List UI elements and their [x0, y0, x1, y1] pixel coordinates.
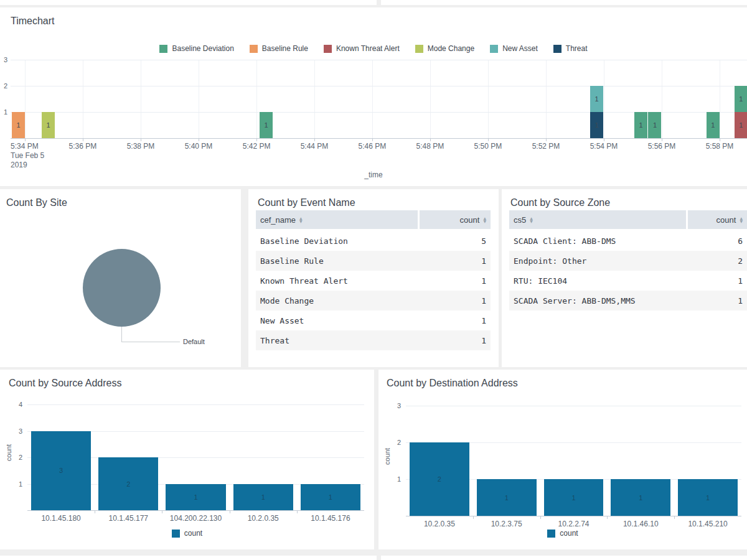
timechart-bar[interactable]: 1 [648, 112, 661, 138]
bar-value-label: 1 [571, 494, 575, 502]
table-row[interactable]: SCADA Server: ABB-DMS,MMS1 [509, 291, 747, 310]
bar-value-label: 1 [639, 494, 642, 502]
bar-segment-threat[interactable]: 1 [590, 112, 603, 138]
timechart-bar[interactable]: 1 [12, 112, 25, 138]
table-cell-count[interactable]: 1 [420, 271, 491, 291]
table-row[interactable]: Baseline Deviation5 [256, 231, 491, 251]
timechart-bar[interactable]: 1 [634, 112, 647, 138]
legend-item-baseline-rule[interactable]: Baseline Rule [250, 44, 308, 53]
table-row[interactable]: Mode Change1 [256, 291, 491, 310]
bar-10-2-2-74[interactable]: 1 [544, 479, 604, 516]
axis-tick-mark [540, 516, 541, 519]
timechart-bar[interactable]: 1 [260, 112, 273, 138]
timechart-bar[interactable]: 1 [707, 112, 720, 138]
new-asset-swatch [490, 45, 498, 53]
table-row[interactable]: Baseline Rule1 [256, 251, 491, 271]
bar-10-2-0-35[interactable]: 1 [233, 484, 293, 511]
table-row[interactable]: Endpoint: Other2 [509, 251, 747, 271]
table-cell-count[interactable]: 6 [688, 231, 747, 251]
bar-segment-mode-change[interactable]: 1 [42, 112, 55, 138]
table-cell-cef-name[interactable]: Threat [256, 330, 420, 350]
axis-tick-mark [25, 139, 26, 141]
table-cell-cs5[interactable]: RTU: IEC104 [509, 271, 688, 291]
table-cell-cef-name[interactable]: Baseline Rule [256, 251, 420, 271]
legend-item-baseline-deviation[interactable]: Baseline Deviation [159, 44, 233, 53]
table-cell-count[interactable]: 1 [420, 251, 491, 271]
y-axis-tick-label: 3 [19, 427, 22, 436]
bar-segment-baseline-deviation[interactable]: 1 [260, 112, 273, 138]
bar-10-1-45-177[interactable]: 2 [98, 457, 158, 510]
x-axis-tick-label: 5:34 PMTue Feb 52019 [11, 142, 44, 170]
bar-segment-baseline-deviation[interactable]: 1 [735, 86, 747, 112]
timechart-bar[interactable]: 1 [42, 112, 55, 138]
table-cell-count[interactable]: 1 [688, 291, 747, 310]
bar-slot: 1 [297, 404, 364, 510]
column-header-cs5[interactable]: cs5▲▼ [509, 210, 686, 229]
y-gridline [11, 60, 747, 60]
table-cell-count[interactable]: 1 [420, 291, 491, 310]
table-row[interactable]: RTU: IEC1041 [509, 271, 747, 291]
bar-segment-baseline-rule[interactable]: 1 [12, 112, 25, 138]
table-cell-count[interactable]: 1 [688, 271, 747, 291]
table-header-row: cs5▲▼count▲▼ [509, 210, 747, 229]
table-cell-cs5[interactable]: SCADA Server: ABB-DMS,MMS [509, 291, 688, 310]
table-cell-count[interactable]: 5 [420, 231, 491, 251]
table-cell-cs5[interactable]: Endpoint: Other [509, 251, 688, 271]
table-cell-cef-name[interactable]: Known Threat Alert [256, 271, 420, 291]
table-cell-cef-name[interactable]: New Asset [256, 310, 420, 330]
table-cell-cs5[interactable]: SCADA Client: ABB-DMS [509, 231, 688, 251]
table-cell-cef-name[interactable]: Baseline Deviation [256, 231, 420, 251]
pie-label-leader-line [121, 327, 122, 342]
bar-slot: 2 [95, 404, 162, 510]
bar-value-label: 1 [264, 121, 268, 129]
timechart-title: Timechart [11, 16, 55, 27]
y-axis-tick-label: 2 [4, 82, 7, 90]
table-row[interactable]: Threat1 [256, 330, 491, 350]
legend-label: Known Threat Alert [336, 44, 400, 53]
bar-segment-new-asset[interactable]: 1 [590, 86, 603, 112]
legend-item-mode-change[interactable]: Mode Change [415, 44, 474, 53]
legend-item-new-asset[interactable]: New Asset [490, 44, 538, 53]
bar-104-200-22-130[interactable]: 1 [166, 484, 225, 511]
bar-value-label: 1 [739, 95, 743, 103]
axis-tick-mark [488, 139, 489, 141]
column-header-count[interactable]: count▲▼ [688, 210, 747, 229]
bar-segment-baseline-deviation[interactable]: 1 [707, 112, 720, 138]
bar-10-2-3-75[interactable]: 1 [477, 479, 537, 516]
legend-label: Threat [566, 44, 588, 53]
table-cell-cef-name[interactable]: Mode Change [256, 291, 420, 310]
bar-slot: 1 [473, 406, 540, 516]
table-cell-count[interactable]: 2 [688, 251, 747, 271]
bar-10-1-46-10[interactable]: 1 [611, 479, 670, 516]
bar-segment-baseline-deviation[interactable]: 1 [648, 112, 661, 138]
x-axis-title: _time [0, 170, 747, 179]
table-cell-count[interactable]: 1 [420, 310, 491, 330]
bar-segment-baseline-deviation[interactable]: 1 [634, 112, 647, 138]
bar-10-1-45-176[interactable]: 1 [301, 484, 360, 511]
table-row[interactable]: Known Threat Alert1 [256, 271, 491, 291]
x-gridline [141, 60, 141, 138]
axis-tick-mark [162, 511, 162, 513]
timechart-bar[interactable]: 11 [590, 86, 603, 138]
legend-label: New Asset [502, 44, 538, 53]
bar-10-1-45-210[interactable]: 1 [678, 479, 738, 516]
legend-item-known-threat-alert[interactable]: Known Threat Alert [324, 44, 400, 53]
timechart-bar[interactable]: 11 [735, 86, 747, 138]
bar-10-2-0-35[interactable]: 2 [410, 442, 469, 516]
chart-legend[interactable]: count [378, 529, 747, 538]
column-header-count[interactable]: count▲▼ [420, 210, 491, 229]
chart-legend[interactable]: count [0, 529, 374, 538]
table-row[interactable]: SCADA Client: ABB-DMS6 [509, 231, 747, 251]
bar-segment-known-threat-alert[interactable]: 1 [735, 112, 747, 138]
x-axis-category-labels: 10.1.45.18010.1.45.177104.200.22.13010.2… [27, 514, 364, 523]
bar-10-1-45-180[interactable]: 3 [31, 431, 91, 511]
bar-value-label: 1 [639, 121, 642, 129]
legend-item-threat[interactable]: Threat [553, 44, 588, 53]
table-cell-count[interactable]: 1 [420, 330, 491, 350]
pie-slice-default[interactable] [83, 249, 161, 327]
table-row[interactable]: New Asset1 [256, 310, 491, 330]
legend-label: Baseline Deviation [172, 44, 233, 53]
count-by-event-name-title: Count by Event Name [258, 197, 355, 208]
timechart-plot-area: 1111111111 [11, 60, 747, 139]
column-header-cef-name[interactable]: cef_name▲▼ [256, 210, 418, 229]
